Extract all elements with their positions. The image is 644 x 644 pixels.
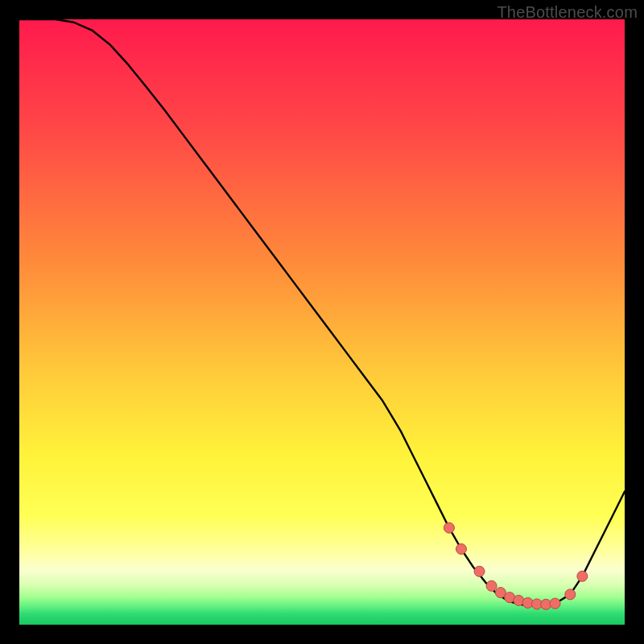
plot-area: [19, 19, 625, 625]
curve-dots-group: [444, 522, 587, 609]
chart-frame: TheBottleneck.com: [0, 0, 644, 644]
bottleneck-curve: [19, 19, 625, 605]
curve-dot: [444, 522, 454, 533]
curve-dot: [486, 580, 497, 591]
curve-dot: [565, 589, 576, 600]
curve-dot: [474, 566, 485, 576]
bottleneck-curve-layer: [19, 19, 625, 625]
curve-dot: [550, 598, 560, 609]
attribution-text: TheBottleneck.com: [497, 3, 638, 22]
curve-dot: [456, 544, 466, 555]
curve-dot: [577, 571, 588, 581]
